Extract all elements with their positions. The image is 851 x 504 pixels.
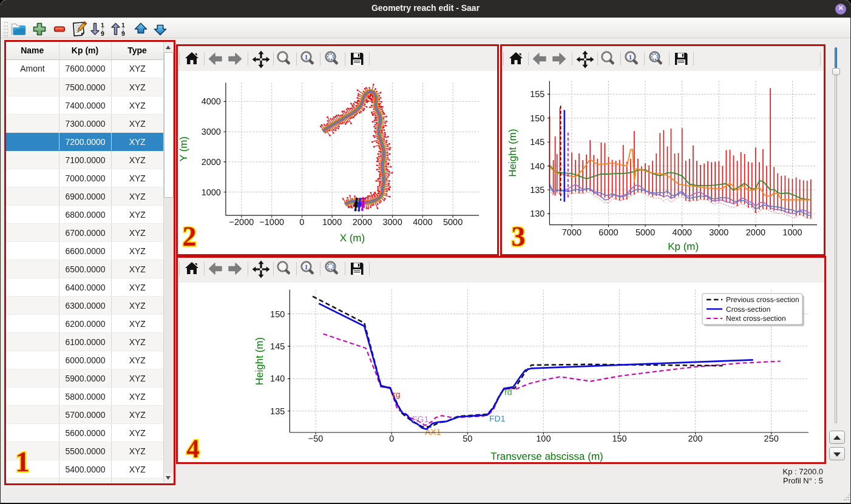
svg-text:145: 145 bbox=[270, 342, 285, 352]
svg-text:155: 155 bbox=[530, 90, 544, 99]
svg-text:1000: 1000 bbox=[782, 228, 802, 238]
svg-text:9: 9 bbox=[101, 30, 104, 37]
svg-text:100: 100 bbox=[536, 434, 551, 444]
svg-text:1: 1 bbox=[15, 446, 30, 478]
svg-text:1: 1 bbox=[629, 54, 632, 61]
svg-text:Y (m): Y (m) bbox=[178, 136, 189, 161]
svg-text:−50: −50 bbox=[308, 434, 324, 444]
svg-text:Cross-section: Cross-section bbox=[726, 305, 770, 314]
svg-text:AX1: AX1 bbox=[425, 427, 441, 437]
svg-text:rd: rd bbox=[504, 387, 512, 397]
svg-text:Transverse abscissa (m): Transverse abscissa (m) bbox=[490, 451, 603, 462]
svg-text:Next cross-section: Next cross-section bbox=[726, 314, 786, 323]
svg-text:4000: 4000 bbox=[673, 228, 692, 238]
svg-text:2000: 2000 bbox=[746, 228, 765, 238]
svg-text:2000: 2000 bbox=[353, 218, 372, 227]
svg-text:0: 0 bbox=[389, 434, 394, 444]
svg-text:1: 1 bbox=[305, 54, 308, 61]
svg-text:250: 250 bbox=[764, 434, 779, 444]
svg-text:Height (m): Height (m) bbox=[254, 337, 265, 385]
svg-text:5000: 5000 bbox=[443, 218, 463, 227]
svg-text:4: 4 bbox=[187, 434, 200, 463]
svg-text:50: 50 bbox=[463, 434, 472, 444]
svg-text:X (m): X (m) bbox=[340, 232, 365, 244]
svg-text:Kp (m): Kp (m) bbox=[668, 241, 699, 252]
svg-text:3000: 3000 bbox=[382, 218, 402, 227]
svg-text:135: 135 bbox=[270, 407, 285, 417]
svg-text:Height (m): Height (m) bbox=[507, 129, 518, 176]
svg-text:135: 135 bbox=[530, 186, 544, 195]
svg-text:−1000: −1000 bbox=[259, 218, 284, 227]
svg-text:200: 200 bbox=[688, 434, 702, 444]
svg-text:1: 1 bbox=[121, 22, 125, 29]
svg-text:1000: 1000 bbox=[322, 218, 342, 227]
svg-text:7000: 7000 bbox=[562, 228, 581, 238]
svg-text:4000: 4000 bbox=[413, 218, 432, 227]
svg-text:4000: 4000 bbox=[202, 97, 221, 107]
svg-text:140: 140 bbox=[530, 162, 544, 172]
svg-text:5000: 5000 bbox=[636, 228, 655, 238]
svg-text:3000: 3000 bbox=[709, 228, 728, 238]
svg-text:3: 3 bbox=[511, 221, 525, 252]
svg-text:1: 1 bbox=[305, 264, 308, 271]
svg-text:1000: 1000 bbox=[202, 188, 221, 198]
svg-text:145: 145 bbox=[530, 138, 544, 147]
svg-text:Previous cross-section: Previous cross-section bbox=[726, 295, 799, 304]
svg-text:6000: 6000 bbox=[598, 228, 618, 238]
svg-text:−2000: −2000 bbox=[229, 218, 254, 227]
svg-text:1: 1 bbox=[101, 22, 104, 29]
svg-text:rg: rg bbox=[393, 389, 400, 399]
svg-text:140: 140 bbox=[270, 374, 285, 384]
svg-text:3000: 3000 bbox=[202, 127, 221, 137]
svg-text:FG1: FG1 bbox=[412, 414, 429, 424]
svg-text:9: 9 bbox=[121, 30, 125, 37]
svg-text:150: 150 bbox=[530, 114, 544, 124]
svg-text:2000: 2000 bbox=[202, 158, 221, 167]
svg-text:2: 2 bbox=[182, 220, 196, 251]
svg-text:0: 0 bbox=[299, 218, 304, 227]
svg-text:150: 150 bbox=[612, 434, 626, 444]
svg-text:FD1: FD1 bbox=[489, 414, 506, 423]
svg-text:150: 150 bbox=[270, 310, 285, 320]
